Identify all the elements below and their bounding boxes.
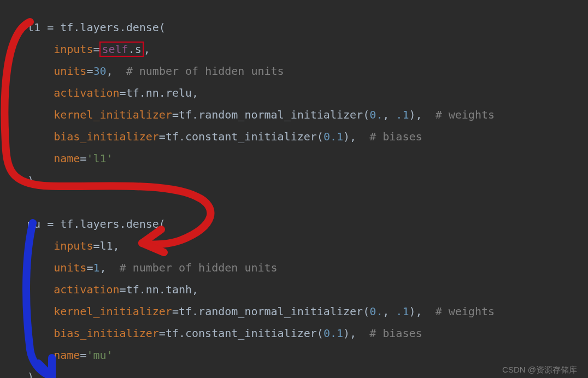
comma: , [383,305,389,318]
num-1: 1 [93,261,99,274]
arg-units: units [54,64,86,78]
paren-open: ( [317,327,324,340]
code-line: kernel_initializer=tf.random_normal_init… [27,104,588,126]
num-30: 30 [93,64,106,78]
op-eq: = [40,217,60,231]
num-0p1: 0.1 [324,327,343,340]
code-line: l1 = tf.layers.dense( [27,16,588,38]
var-l1-ref: l1 [99,239,113,252]
paren-open: ( [363,108,369,121]
dot: . [128,43,135,56]
arg-kernel-init: kernel_initializer [54,108,172,121]
comma: , [383,108,389,121]
comma: , [350,327,356,340]
fn-dense: tf.layers.dense [60,217,159,231]
paren-close: ) [343,130,350,143]
fn-tanh: tf.nn.tanh [126,283,192,296]
comment: # number of hidden units [126,64,284,78]
paren-open: ( [159,217,166,231]
paren-close: ) [343,327,350,340]
comma: , [192,86,198,99]
comma: , [416,305,422,318]
comma: , [144,43,150,56]
code-line: units=30, # number of hidden units [27,60,588,82]
comment: # biases [369,327,422,340]
comma: , [107,64,113,78]
code-line: name='mu' [27,344,588,366]
arg-activation: activation [54,86,119,99]
code-line: kernel_initializer=tf.random_normal_init… [27,300,588,322]
paren-close: ) [27,174,34,187]
num-0p1: 0.1 [324,130,343,143]
arg-name: name [54,349,80,362]
comma: , [416,108,422,121]
arg-kernel-init: kernel_initializer [54,305,172,318]
var-mu: mu [27,217,40,231]
str-mu: 'mu' [86,349,113,362]
code-line: inputs=self.s, [27,38,588,60]
kw-self: self [102,43,128,56]
blank-line [27,191,588,213]
paren-close: ) [27,370,34,378]
code-editor: l1 = tf.layers.dense( inputs=self.s, uni… [0,0,588,378]
num-0: 0. [369,108,383,121]
fn-rni: tf.random_normal_initializer [179,108,363,121]
arg-bias-init: bias_initializer [54,327,159,340]
arg-units: units [54,261,86,274]
var-l1: l1 [27,21,40,34]
num-p1: .1 [396,305,409,318]
paren-open: ( [363,305,369,318]
str-l1: 'l1' [86,152,113,165]
num-0: 0. [369,305,383,318]
arg-name: name [54,152,80,165]
fn-dense: tf.layers.dense [60,21,159,34]
comment: # biases [369,130,422,143]
paren-close: ) [409,305,415,318]
fn-relu: tf.nn.relu [126,86,192,99]
comma: , [113,239,120,252]
paren-open: ( [159,21,166,34]
code-line: activation=tf.nn.relu, [27,82,588,104]
fn-ci: tf.constant_initializer [166,130,317,143]
paren-close: ) [409,108,415,121]
paren-open: ( [317,130,324,143]
code-line: bias_initializer=tf.constant_initializer… [27,126,588,147]
arg-bias-init: bias_initializer [54,130,159,143]
fn-rni: tf.random_normal_initializer [179,305,363,318]
code-line: bias_initializer=tf.constant_initializer… [27,322,588,344]
comma: , [99,261,106,274]
arg-activation: activation [54,283,119,296]
code-line: name='l1' [27,147,588,169]
code-line: activation=tf.nn.tanh, [27,279,588,300]
code-line: mu = tf.layers.dense( [27,213,588,235]
arg-inputs: inputs [54,239,93,252]
fn-ci: tf.constant_initializer [166,327,317,340]
attr-s: s [135,43,142,56]
comment: # number of hidden units [120,261,278,274]
comment: # weights [436,305,495,318]
watermark: CSDN @资源存储库 [502,365,577,374]
comma: , [350,130,356,143]
num-p1: .1 [396,108,409,121]
code-line: ) [27,169,588,191]
comma: , [192,283,198,296]
op-eq: = [40,21,60,34]
comment: # weights [436,108,495,121]
arg-inputs: inputs [54,43,93,56]
code-line: inputs=l1, [27,235,588,257]
code-line: units=1, # number of hidden units [27,257,588,279]
